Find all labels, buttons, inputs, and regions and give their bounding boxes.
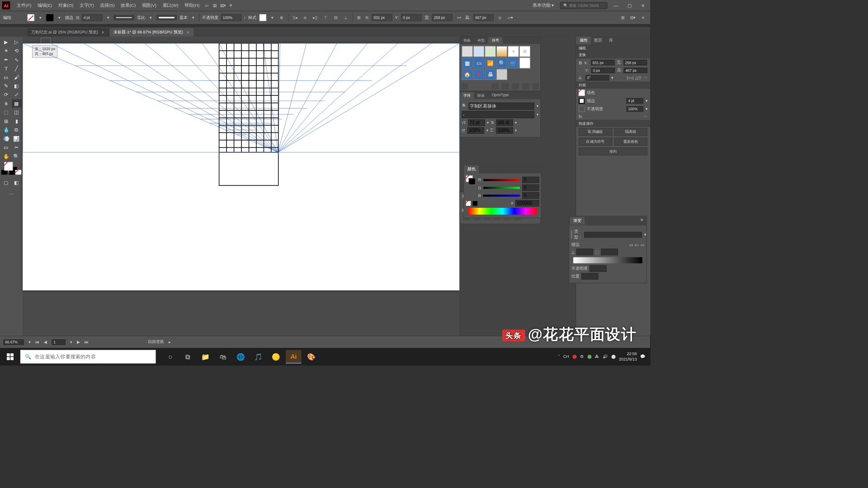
canvas-area[interactable]: 宽：1920 px高：467 px [23, 37, 459, 353]
symbol-item[interactable]: 🔍 [496, 57, 507, 68]
d4[interactable]: ▾ [515, 128, 517, 133]
symbol-item[interactable] [519, 57, 530, 68]
hand-tool[interactable]: ✋ [1, 152, 11, 160]
r-input[interactable] [522, 177, 539, 183]
send-icon[interactable]: ✈ [227, 2, 235, 9]
libraries-tab[interactable]: 库 [606, 37, 617, 44]
paragraph-tab[interactable]: 段落 [474, 92, 488, 99]
ov-drop[interactable]: ▾ [646, 107, 647, 111]
prop-h-input[interactable] [624, 67, 647, 73]
magic-wand-tool[interactable]: ✶ [1, 47, 11, 55]
grad-stroke-2[interactable]: ▭ [635, 242, 638, 247]
hscale-input[interactable] [467, 127, 484, 134]
curvature-tool[interactable]: ∿ [12, 56, 21, 64]
prop-angle-input[interactable] [585, 75, 609, 80]
grad-type-drop[interactable]: ▾ [644, 232, 646, 237]
style-drop[interactable]: ▾ [269, 15, 275, 20]
file-explorer-icon[interactable]: 📁 [198, 350, 213, 363]
prop-w-input[interactable] [623, 60, 647, 65]
prop-stroke-swatch[interactable] [579, 98, 585, 103]
stroke-swatch[interactable] [46, 14, 53, 21]
symbol-item[interactable]: 🛒 [508, 57, 519, 68]
font-family-input[interactable] [469, 103, 534, 110]
perspective-tool[interactable]: ◫ [12, 108, 21, 117]
profile-drop[interactable]: ▾ [190, 15, 196, 20]
ungroup-button[interactable]: 取消编组 [579, 128, 612, 136]
symbol-item[interactable]: ▾ [508, 46, 519, 57]
prop-opacity-swatch[interactable] [579, 106, 585, 112]
eyedropper-tool[interactable]: 💧 [1, 126, 11, 134]
layout-icon[interactable]: ▤▾ [219, 2, 226, 9]
doc-setup-icon[interactable]: ▭ [203, 2, 210, 9]
font-style-input[interactable] [462, 111, 534, 118]
symbol-item[interactable]: ✖ [519, 46, 530, 57]
artboard-nav-input[interactable] [52, 339, 66, 345]
start-button[interactable] [0, 353, 20, 360]
grad-pos-input[interactable] [581, 273, 598, 279]
lasso-tool[interactable]: ⟲ [12, 47, 21, 55]
opacity-input[interactable] [221, 14, 241, 21]
b-input[interactable] [522, 192, 539, 198]
screen-mode-full[interactable]: ◧ [12, 178, 21, 187]
link-wh-icon[interactable]: ⊶ [455, 14, 462, 21]
close-tab-icon[interactable]: ✕ [101, 30, 104, 34]
gradient-tool[interactable]: ▮ [12, 117, 21, 125]
brushes-tab[interactable]: 画笔 [474, 37, 488, 44]
symbol-item[interactable] [496, 46, 507, 57]
y-input[interactable] [401, 14, 422, 21]
menu-help[interactable]: 帮助(H) [182, 1, 202, 9]
taskbar-search[interactable]: 🔍在这里输入你要搜索的内容 [20, 350, 156, 363]
stroke-dropdown[interactable]: ▾ [56, 15, 62, 20]
minimize-button[interactable]: — [611, 3, 621, 8]
edit-toolbar[interactable]: ⋯ [1, 188, 21, 201]
cortana-icon[interactable]: ○ [163, 350, 178, 363]
symbol-item[interactable]: 🏠 [462, 69, 473, 80]
maximize-button[interactable]: ▢ [624, 3, 634, 8]
artboard[interactable]: 宽：1920 px高：467 px [23, 43, 459, 291]
symbols-tab[interactable]: 符号 [488, 37, 502, 44]
ref-point-icon[interactable]: ⊞ [579, 60, 582, 65]
status-caret[interactable]: ▸ [169, 340, 170, 344]
isolate-icon[interactable]: ▱▾ [506, 14, 514, 21]
close-tab-icon[interactable]: ✕ [186, 30, 189, 34]
symbol-item[interactable] [473, 46, 484, 57]
symbol-item[interactable]: 🖶 [485, 69, 496, 80]
stroke-dash-preview[interactable] [114, 15, 134, 20]
delete-icon[interactable] [533, 83, 539, 89]
close-button[interactable]: ✕ [638, 3, 648, 8]
align-vcenter-icon[interactable]: ⊟ [332, 14, 339, 21]
flip-h-icon[interactable]: ▷◁ [627, 75, 633, 80]
style-drop[interactable]: ▾ [537, 113, 538, 117]
tray-icon[interactable]: ⬤ [611, 354, 616, 359]
g-input[interactable] [522, 184, 539, 191]
break-icon[interactable] [502, 83, 509, 89]
transform-ref-icon[interactable]: ⊞ [355, 14, 363, 21]
artboard-drop[interactable]: ▾ [70, 340, 72, 344]
menu-view[interactable]: 视图(V) [139, 1, 159, 9]
tray-icon[interactable]: ⬤ [572, 354, 577, 359]
illustrator-taskbar-icon[interactable]: Ai [286, 350, 301, 363]
properties-tab[interactable]: 属性 [576, 37, 591, 44]
g-slider[interactable] [483, 187, 520, 188]
layers-tab[interactable]: 图层 [591, 37, 606, 44]
options-icon[interactable] [512, 83, 519, 89]
zoom-input[interactable] [3, 339, 24, 345]
new-icon[interactable] [522, 83, 529, 89]
clock[interactable]: 22:582021/6/13 [619, 352, 637, 362]
swatches-tab[interactable]: 色板 [460, 37, 474, 44]
d1[interactable]: ▾ [487, 121, 489, 125]
workspace-switcher[interactable]: 基本功能 ▾ [530, 1, 557, 9]
place-icon[interactable] [492, 83, 499, 89]
black-swatch[interactable] [473, 201, 477, 206]
paint-icon[interactable]: 🎨 [303, 350, 319, 363]
r-slider[interactable] [483, 179, 520, 181]
symbol-item[interactable]: ▦ [496, 69, 507, 80]
eraser-tool[interactable]: ◧ [12, 82, 21, 90]
recolor-button[interactable]: 重新着色 [614, 138, 647, 145]
d3[interactable]: ▾ [486, 128, 488, 133]
screen-mode-normal[interactable]: ▢ [1, 178, 11, 187]
opacity-caret[interactable]: › [244, 15, 245, 20]
browser-icon[interactable]: 🌐 [233, 350, 248, 363]
type-tool[interactable]: T [1, 64, 11, 72]
grad-angle-input[interactable] [576, 249, 593, 255]
